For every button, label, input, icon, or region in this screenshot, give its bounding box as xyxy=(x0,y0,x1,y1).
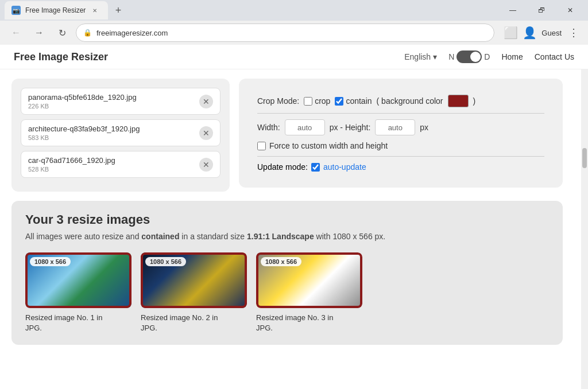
caption-line1-3: Resized image No. 3 in xyxy=(256,313,333,322)
profile-icon[interactable]: 👤 xyxy=(523,26,537,40)
sidebar-icon[interactable]: ⬜ xyxy=(504,26,518,40)
image-thumb-3: 1080 x 566 xyxy=(256,252,362,308)
caption-line1-2: Resized image No. 2 in xyxy=(141,313,218,322)
site-title: Free Image Resizer xyxy=(14,51,108,63)
title-bar: 📷 Free Image Resizer ✕ + — 🗗 ✕ xyxy=(0,0,588,21)
file-item-3: car-q76ad71666_1920.jpg 528 KB ✕ xyxy=(21,151,220,178)
caption-line2-3: JPG. xyxy=(256,324,273,332)
crop-checkbox-label[interactable]: crop xyxy=(304,96,330,106)
bg-color-close-paren: ) xyxy=(473,96,476,106)
caption-line2-1: JPG. xyxy=(25,324,42,332)
two-col-layout: panorama-q5bfe618de_1920.jpg 226 KB ✕ ar… xyxy=(11,79,563,192)
chevron-down-icon: ▾ xyxy=(433,52,437,61)
file-item-2: architecture-q83fa9eb3f_1920.jpg 583 KB … xyxy=(21,119,220,146)
image-thumb-1: 1080 x 566 xyxy=(25,252,131,308)
toggle-d-label: D xyxy=(484,52,490,61)
file-item-1: panorama-q5bfe618de_1920.jpg 226 KB ✕ xyxy=(21,88,220,115)
site-header: Free Image Resizer English ▾ N D Home Co… xyxy=(0,45,588,69)
lock-icon: 🔒 xyxy=(83,29,92,37)
image-caption-3: Resized image No. 3 in JPG. xyxy=(256,313,362,333)
scrollbar-thumb[interactable] xyxy=(582,148,587,168)
address-bar[interactable]: 🔒 freeimageresizer.com xyxy=(76,24,494,42)
image-caption-1: Resized image No. 1 in JPG. xyxy=(25,313,131,333)
tab-close-button[interactable]: ✕ xyxy=(90,6,99,15)
file-list-container: panorama-q5bfe618de_1920.jpg 226 KB ✕ ar… xyxy=(11,79,230,192)
toggle-n-label: N xyxy=(448,52,454,61)
force-label: Force to custom width and height xyxy=(269,141,388,150)
file-size-1: 226 KB xyxy=(28,103,137,110)
refresh-button[interactable]: ↻ xyxy=(53,24,71,42)
crop-mode-label: Crop Mode: xyxy=(257,96,299,106)
divider-2 xyxy=(257,156,544,157)
language-label: English xyxy=(404,52,431,61)
image-thumb-2: 1080 x 566 xyxy=(141,252,247,308)
crop-checkbox[interactable] xyxy=(304,97,312,106)
contain-checkbox[interactable] xyxy=(335,97,343,106)
height-input[interactable] xyxy=(375,119,415,135)
file-name-1: panorama-q5bfe618de_1920.jpg xyxy=(28,93,137,102)
file-name-3: car-q76ad71666_1920.jpg xyxy=(28,156,115,165)
remove-file-2-button[interactable]: ✕ xyxy=(199,126,213,140)
toggle-switch[interactable] xyxy=(457,50,482,63)
forward-button[interactable]: → xyxy=(30,24,48,42)
profile-area: ⬜ 👤 Guest ⋮ xyxy=(504,24,581,41)
results-description: All images were auto resize and containe… xyxy=(25,232,549,241)
nav-home-link[interactable]: Home xyxy=(501,52,523,61)
restore-button[interactable]: 🗗 xyxy=(528,1,555,20)
back-button[interactable]: ← xyxy=(7,24,25,42)
file-info-3: car-q76ad71666_1920.jpg 528 KB xyxy=(28,156,115,173)
results-title: Your 3 resize images xyxy=(25,212,549,227)
browser-menu-button[interactable]: ⋮ xyxy=(566,24,581,41)
theme-toggle: N D xyxy=(448,50,490,63)
auto-update-label: auto-update xyxy=(323,162,366,172)
px-dash-height-label: px - Height: xyxy=(330,123,371,132)
thumb-label-1: 1080 x 566 xyxy=(30,257,71,266)
contain-label-text: contain xyxy=(346,96,372,106)
desc-bold-contained: contained xyxy=(141,232,179,241)
file-info-2: architecture-q83fa9eb3f_1920.jpg 583 KB xyxy=(28,125,140,141)
image-card-2: 1080 x 566 Resized image No. 2 in JPG. xyxy=(141,252,247,333)
desc-bold-ratio: 1.91:1 Landscape xyxy=(247,232,314,241)
force-row: Force to custom width and height xyxy=(257,141,544,150)
thumb-label-3: 1080 x 566 xyxy=(261,257,301,266)
caption-line1-1: Resized image No. 1 in xyxy=(25,313,102,322)
thumb-label-2: 1080 x 566 xyxy=(145,257,186,266)
scrollbar-track[interactable] xyxy=(581,45,588,389)
desc-end: with 1080 x 566 px. xyxy=(314,232,386,241)
profile-name: Guest xyxy=(541,29,562,37)
site-nav: English ▾ N D Home Contact Us xyxy=(404,50,574,63)
tab-title: Free Image Resizer xyxy=(25,6,86,14)
minimize-button[interactable]: — xyxy=(500,1,526,20)
close-button[interactable]: ✕ xyxy=(557,1,583,20)
file-name-2: architecture-q83fa9eb3f_1920.jpg xyxy=(28,125,140,133)
update-mode-row: Update mode: auto-update xyxy=(257,162,544,172)
language-selector[interactable]: English ▾ xyxy=(404,52,437,61)
bg-color-open-paren: ( background color xyxy=(377,96,443,106)
bg-color-swatch[interactable] xyxy=(448,95,469,107)
update-mode-label: Update mode: xyxy=(257,162,308,172)
browser-tab[interactable]: 📷 Free Image Resizer ✕ xyxy=(5,1,108,20)
desc-start: All images were auto resize and xyxy=(25,232,141,241)
contain-checkbox-label[interactable]: contain xyxy=(335,96,372,106)
crop-label-text: crop xyxy=(315,96,330,106)
browser-toolbar: ← → ↻ 🔒 freeimageresizer.com ⬜ 👤 Guest ⋮ xyxy=(0,21,588,45)
main-area: panorama-q5bfe618de_1920.jpg 226 KB ✕ ar… xyxy=(0,69,574,356)
toggle-knob xyxy=(470,52,481,62)
remove-file-1-button[interactable]: ✕ xyxy=(199,95,213,108)
crop-mode-row: Crop Mode: crop contain ( background col… xyxy=(257,95,544,107)
force-checkbox[interactable] xyxy=(257,142,266,150)
auto-update-checkbox[interactable] xyxy=(311,163,320,172)
settings-section: Crop Mode: crop contain ( background col… xyxy=(248,88,554,178)
new-tab-button[interactable]: + xyxy=(110,2,126,18)
remove-file-3-button[interactable]: ✕ xyxy=(199,158,213,172)
desc-middle: in a standard size xyxy=(179,232,247,241)
divider-1 xyxy=(257,113,544,114)
nav-contact-link[interactable]: Contact Us xyxy=(535,52,574,61)
image-caption-2: Resized image No. 2 in JPG. xyxy=(141,313,247,333)
results-section: Your 3 resize images All images were aut… xyxy=(11,201,563,345)
width-input[interactable] xyxy=(285,119,325,135)
image-card-1: 1080 x 566 Resized image No. 1 in JPG. xyxy=(25,252,131,333)
file-info-1: panorama-q5bfe618de_1920.jpg 226 KB xyxy=(28,93,137,110)
file-list-panel: panorama-q5bfe618de_1920.jpg 226 KB ✕ ar… xyxy=(11,79,230,192)
width-label: Width: xyxy=(257,123,280,132)
